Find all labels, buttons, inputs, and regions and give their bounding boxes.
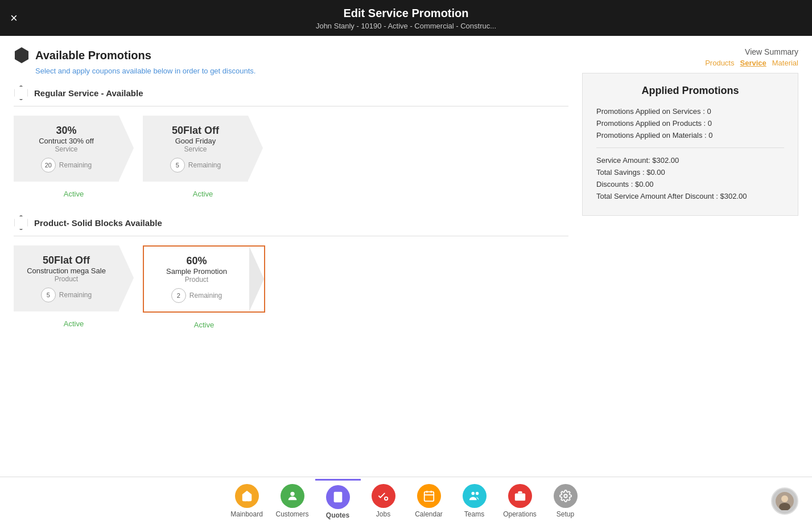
group-header-regular-service: Regular Service - Available (14, 85, 568, 100)
promo-percent-60pct: 60% (186, 255, 207, 267)
summary-links: Products Service Material (582, 59, 798, 67)
user-avatar[interactable] (771, 487, 798, 515)
promo-card-60pct[interactable]: 60% Sample Promotion Product 2 Remaining (143, 245, 265, 313)
summary-link-service[interactable]: Service (740, 59, 766, 67)
view-summary-title: View Summary (582, 47, 798, 56)
customers-icon (281, 484, 304, 508)
promo-cards-regular-service: 30% Contruct 30% off Service 20 Remainin… (14, 116, 568, 198)
remaining-circle-60pct: 2 (171, 288, 186, 303)
applied-services: Promotions Applied on Services : 0 (596, 107, 784, 116)
hex-outline-icon (14, 85, 28, 100)
promo-card-30pct[interactable]: 30% Contruct 30% off Service 20 Remainin… (14, 116, 134, 182)
nav-label-quotes: Quotes (326, 511, 349, 519)
hex-icon (14, 47, 30, 63)
bottom-nav: Mainboard Customers Quotes Jobs Calendar… (0, 477, 812, 525)
nav-item-operations[interactable]: Operations (497, 479, 543, 523)
modal-subtitle: John Stanly - 10190 - Active - Commercia… (0, 22, 812, 30)
applied-products: Promotions Applied on Products : 0 (596, 119, 784, 128)
arrow-main-50flat: 50Flat Off Good Friday Service 5 Remaini… (143, 116, 248, 182)
promo-status-30pct: Active (64, 190, 84, 198)
total-savings: Total Savings : $0.00 (596, 168, 784, 177)
nav-label-customers: Customers (275, 510, 308, 518)
section-subtitle: Select and apply coupons available below… (35, 67, 568, 75)
arrow-main-60pct: 60% Sample Promotion Product 2 Remaining (144, 247, 249, 311)
nav-item-jobs[interactable]: Jobs (361, 479, 406, 523)
promo-status-50flat: Active (193, 190, 213, 198)
promo-type-60pct: Product (185, 276, 208, 284)
nav-item-teams[interactable]: Teams (452, 479, 497, 523)
modal-title: Edit Service Promotion (0, 7, 812, 20)
nav-item-quotes[interactable]: Quotes (315, 479, 361, 524)
calendar-icon (417, 484, 441, 508)
promo-remaining-30pct: 20 Remaining (41, 158, 92, 173)
applied-divider (596, 147, 784, 148)
group-header-solid-blocks: Product- Solid Blocks Available (14, 215, 568, 230)
teams-icon (463, 484, 487, 508)
total-after-discount: Total Service Amount After Discount : $3… (596, 192, 784, 200)
nav-item-mainboard[interactable]: Mainboard (224, 479, 270, 523)
summary-link-material[interactable]: Material (772, 59, 798, 67)
available-promotions-header: Available Promotions (14, 47, 568, 63)
arrow-tip-30pct (119, 116, 134, 181)
svg-point-15 (564, 494, 567, 498)
discounts: Discounts : $0.00 (596, 180, 784, 188)
view-summary: View Summary Products Service Material (582, 47, 798, 67)
promo-card-50flat[interactable]: 50Flat Off Good Friday Service 5 Remaini… (143, 116, 263, 182)
nav-item-calendar[interactable]: Calendar (406, 479, 452, 523)
group-title-regular-service: Regular Service - Available (34, 88, 143, 98)
remaining-circle-50flat: 5 (170, 158, 185, 173)
hex-outline-icon-2 (14, 215, 28, 230)
promo-remaining-50flat: 5 Remaining (170, 158, 221, 173)
remaining-text-30pct: Remaining (59, 161, 92, 169)
promo-percent-30pct: 30% (56, 125, 76, 137)
promo-card-wrapper-50flat-product: 50Flat Off Construction mega Sale Produc… (14, 245, 134, 329)
operations-icon (508, 484, 532, 508)
promo-status-60pct: Active (194, 321, 214, 329)
applied-promotions-title: Applied Promotions (596, 85, 784, 97)
promo-card-50flat-product[interactable]: 50Flat Off Construction mega Sale Produc… (14, 245, 134, 311)
setup-icon (554, 484, 578, 508)
promo-name-30pct: Contruct 30% off (39, 137, 94, 145)
promo-group-regular-service: Regular Service - Available 30% Contruct… (14, 85, 568, 198)
promo-name-60pct: Sample Promotion (166, 267, 227, 276)
promo-name-50flat-product: Construction mega Sale (27, 266, 106, 275)
arrow-main-30pct: 30% Contruct 30% off Service 20 Remainin… (14, 116, 119, 182)
jobs-icon (372, 484, 395, 508)
promo-type-50flat: Service (184, 145, 207, 153)
main-content: Available Promotions Select and apply co… (0, 36, 812, 471)
close-button[interactable]: × (10, 12, 18, 24)
group-divider (14, 106, 568, 106)
svg-point-11 (475, 492, 479, 495)
svg-point-17 (781, 495, 788, 502)
nav-label-teams: Teams (464, 510, 484, 518)
arrow-tip-50flat (248, 116, 263, 181)
remaining-circle-30pct: 20 (41, 158, 56, 173)
remaining-circle-50flat-product: 5 (41, 288, 56, 302)
quotes-icon (326, 485, 350, 509)
svg-point-10 (471, 492, 475, 495)
nav-label-setup: Setup (557, 510, 574, 518)
remaining-text-60pct: Remaining (189, 292, 222, 300)
promo-type-30pct: Service (55, 145, 77, 153)
promo-card-wrapper-50flat: 50Flat Off Good Friday Service 5 Remaini… (143, 116, 263, 198)
arrow-main-50flat-product: 50Flat Off Construction mega Sale Produc… (14, 245, 119, 311)
arrow-tip-60pct (249, 247, 264, 311)
nav-label-jobs: Jobs (376, 510, 390, 518)
nav-item-setup[interactable]: Setup (543, 479, 588, 523)
applied-promotions-box: Applied Promotions Promotions Applied on… (582, 73, 798, 216)
nav-label-calendar: Calendar (415, 510, 443, 518)
svg-rect-6 (424, 492, 434, 502)
right-panel: View Summary Products Service Material A… (582, 47, 798, 460)
service-amount: Service Amount: $302.00 (596, 156, 784, 165)
group-title-solid-blocks: Product- Solid Blocks Available (34, 218, 162, 228)
arrow-tip-50flat-product (119, 245, 134, 310)
promo-remaining-50flat-product: 5 Remaining (41, 288, 92, 302)
promo-status-50flat-product: Active (64, 319, 84, 328)
remaining-text-50flat: Remaining (188, 161, 221, 169)
summary-link-products[interactable]: Products (705, 59, 734, 67)
applied-materials: Promotions Applied on Materials : 0 (596, 131, 784, 140)
nav-label-operations: Operations (503, 510, 537, 518)
nav-item-customers[interactable]: Customers (270, 479, 315, 523)
left-panel: Available Promotions Select and apply co… (14, 47, 568, 460)
promo-percent-50flat: 50Flat Off (172, 125, 219, 137)
